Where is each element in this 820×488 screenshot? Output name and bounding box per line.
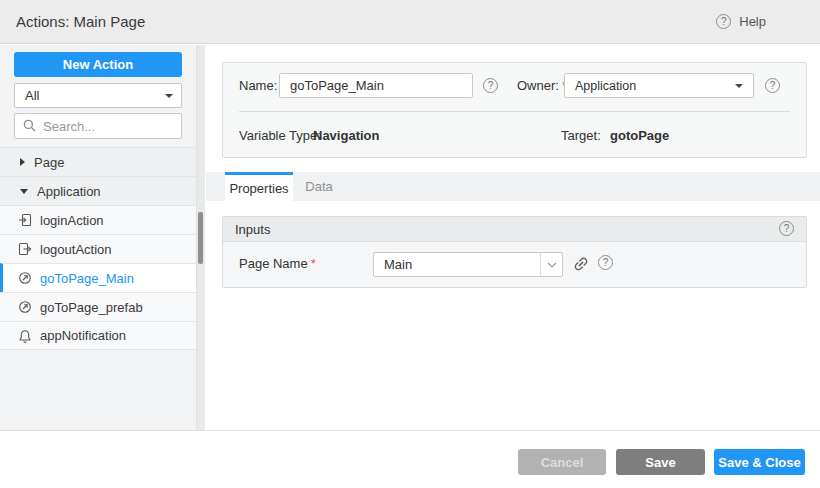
variable-type-value: Navigation <box>313 127 379 145</box>
action-tree: Page Application loginAction logoutActio… <box>0 147 196 350</box>
caret-down-icon <box>20 189 28 194</box>
page-name-help-icon[interactable]: ? <box>598 255 613 270</box>
navigate-icon <box>18 271 32 285</box>
owner-label: Owner:* <box>517 73 567 98</box>
tab-properties[interactable]: Properties <box>225 172 293 201</box>
required-marker: * <box>311 256 316 271</box>
actions-sidebar: New Action All Page Application <box>0 45 196 430</box>
dialog-footer: Cancel Save Save & Close <box>0 430 820 488</box>
tab-bar: Properties Data <box>206 172 820 201</box>
target-value: gotoPage <box>610 127 669 145</box>
save-button[interactable]: Save <box>616 449 705 475</box>
actions-dialog: Actions: Main Page ? Help New Action All… <box>0 0 820 488</box>
bell-icon <box>18 329 32 343</box>
tab-data[interactable]: Data <box>293 172 345 201</box>
owner-help-icon[interactable]: ? <box>765 78 780 93</box>
filter-dropdown-value: All <box>25 88 165 103</box>
name-input[interactable] <box>279 73 473 98</box>
tree-item-label: goToPage_prefab <box>40 300 143 315</box>
tree-item-loginaction[interactable]: loginAction <box>0 205 196 234</box>
search-icon <box>23 119 37 133</box>
help-icon: ? <box>716 14 731 29</box>
inputs-section: Inputs ? Page Name* Main ? <box>222 216 807 288</box>
tree-group-application[interactable]: Application <box>0 176 196 205</box>
page-name-dropdown-value: Main <box>374 257 540 272</box>
variable-type-label: Variable Type: <box>239 127 321 145</box>
tree-item-logoutaction[interactable]: logoutAction <box>0 234 196 263</box>
name-help-icon[interactable]: ? <box>483 78 498 93</box>
login-icon <box>18 213 32 227</box>
target-label: Target: <box>561 127 601 145</box>
new-action-button[interactable]: New Action <box>14 52 182 77</box>
action-summary-panel: Name:* ? Owner:* Application ? Variable … <box>222 62 807 158</box>
chevron-down-icon <box>735 84 743 88</box>
tree-item-label: logoutAction <box>40 242 112 257</box>
inputs-section-body: Page Name* Main ? <box>223 242 806 287</box>
navigate-icon <box>18 300 32 314</box>
logout-icon <box>18 242 32 256</box>
tree-group-page[interactable]: Page <box>0 147 196 176</box>
sidebar-scrollbar-thumb[interactable] <box>198 212 203 264</box>
tree-item-label: appNotification <box>40 328 126 343</box>
search-box <box>14 113 182 139</box>
chevron-down-icon <box>165 94 173 98</box>
owner-dropdown-value: Application <box>575 79 735 93</box>
divider <box>239 111 790 112</box>
filter-dropdown[interactable]: All <box>14 83 182 108</box>
tree-item-gotopage-main[interactable]: goToPage_Main <box>0 263 196 292</box>
tree-item-appnotification[interactable]: appNotification <box>0 321 196 350</box>
page-name-dropdown[interactable]: Main <box>373 252 563 277</box>
page-name-label: Page Name* <box>239 256 316 271</box>
bind-link-icon[interactable] <box>572 255 590 273</box>
chevron-down-icon <box>547 262 557 268</box>
save-close-button[interactable]: Save & Close <box>714 449 805 475</box>
help-button[interactable]: ? Help <box>716 14 766 29</box>
chevron-box <box>540 253 562 276</box>
tree-item-label: goToPage_Main <box>40 271 134 286</box>
inputs-section-title: Inputs <box>235 217 270 242</box>
dialog-header: Actions: Main Page ? Help <box>0 0 820 44</box>
caret-right-icon <box>20 158 25 166</box>
page-title: Actions: Main Page <box>16 0 145 44</box>
tree-group-label: Page <box>34 155 64 170</box>
cancel-button[interactable]: Cancel <box>518 449 606 475</box>
search-input[interactable] <box>43 119 173 134</box>
tree-item-label: loginAction <box>40 213 104 228</box>
help-label: Help <box>739 14 766 29</box>
tree-item-gotopage-prefab[interactable]: goToPage_prefab <box>0 292 196 321</box>
inputs-help-icon[interactable]: ? <box>779 221 794 236</box>
inputs-section-header: Inputs ? <box>223 217 806 242</box>
owner-dropdown[interactable]: Application <box>564 73 754 98</box>
tree-group-label: Application <box>37 184 101 199</box>
